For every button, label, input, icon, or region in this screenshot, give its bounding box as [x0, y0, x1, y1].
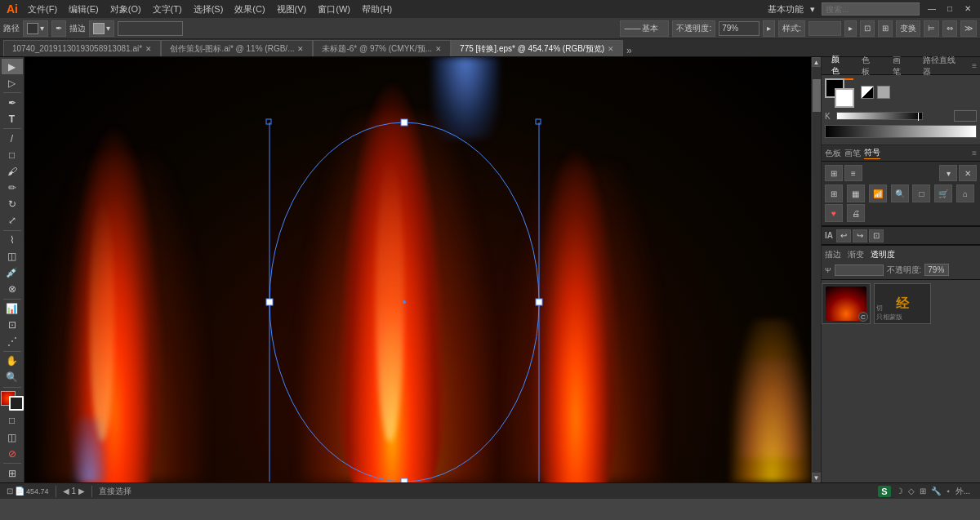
workspace-dropdown-icon[interactable]: ▾: [810, 4, 815, 15]
workspace-label[interactable]: 基本功能: [768, 3, 804, 16]
tab-4-close[interactable]: ✕: [608, 45, 614, 53]
align-btn[interactable]: ⊨: [924, 20, 939, 37]
artwork-canvas[interactable]: [24, 57, 821, 482]
k-slider-thumb[interactable]: [918, 113, 920, 121]
stroke-style-btn[interactable]: —— 基本: [620, 20, 669, 37]
stroke-color-btn[interactable]: ▾: [89, 20, 114, 37]
thumbnail-2[interactable]: 经 切只相蒙版: [874, 283, 931, 324]
swatch-tab[interactable]: 色板: [825, 148, 841, 159]
slice-tool[interactable]: ⋰: [2, 334, 23, 349]
symbol-tab-active[interactable]: 符号: [864, 147, 880, 159]
gradient-preview[interactable]: [825, 125, 977, 138]
opacity-input[interactable]: [719, 21, 760, 36]
transform2-btn[interactable]: 变换: [896, 20, 920, 37]
panel-menu-icon[interactable]: ≡: [972, 61, 977, 70]
line-tool[interactable]: /: [2, 131, 23, 146]
symbol-grid-btn[interactable]: ⊞: [825, 165, 843, 181]
tab-1[interactable]: 10740_20191130193058913081.ai* ✕: [3, 40, 161, 56]
opacity-dropdown[interactable]: 不透明度:: [672, 20, 715, 37]
pen-tool[interactable]: ✒: [2, 95, 23, 110]
hand-tool[interactable]: ✋: [2, 353, 23, 369]
artboard-tool[interactable]: ⊡: [2, 318, 23, 333]
rotate-tool[interactable]: ↻: [2, 196, 23, 211]
menu-select[interactable]: 选择(S): [194, 3, 224, 16]
ia-menu-btn[interactable]: ⊡: [869, 229, 884, 242]
scale-tool[interactable]: ⤢: [2, 212, 23, 228]
stroke-tab[interactable]: 描边: [825, 249, 841, 260]
style-arrows[interactable]: ▸: [844, 20, 857, 37]
style-dropdown[interactable]: 样式:: [778, 20, 805, 37]
brush-tab[interactable]: 画笔: [844, 148, 861, 159]
canvas-area[interactable]: ▲ ▼: [24, 57, 821, 482]
fill-color-btn[interactable]: ▾: [23, 20, 48, 37]
tab-4[interactable]: 775 [转换].eps* @ 454.74% (RGB/预览) ✕: [451, 40, 623, 56]
symbol-icon-3[interactable]: 📶: [869, 184, 887, 202]
symbol-icon-7[interactable]: ⌂: [956, 184, 974, 202]
symbol-list-btn[interactable]: ≡: [844, 165, 862, 181]
stroke-dropdown-icon[interactable]: ▾: [106, 24, 110, 33]
no-fill-btn[interactable]: ⊘: [2, 446, 23, 461]
symbol-icon-2[interactable]: ▦: [847, 184, 865, 202]
opacity-input-bottom[interactable]: [924, 264, 949, 276]
stroke-width-input[interactable]: [118, 21, 183, 36]
blend-tool[interactable]: ⊗: [2, 282, 23, 297]
menu-text[interactable]: 文字(T): [153, 3, 182, 16]
menu-edit[interactable]: 编辑(E): [69, 3, 99, 16]
menu-effect[interactable]: 效果(C): [234, 3, 265, 16]
direct-selection-tool[interactable]: ▷: [2, 75, 23, 91]
pen-tool-btn[interactable]: ✒: [51, 20, 66, 37]
menu-bar[interactable]: 文件(F) 编辑(E) 对象(O) 文字(T) 选择(S) 效果(C) 视图(V…: [28, 3, 392, 16]
symbol-icon-9[interactable]: 🖨: [847, 204, 865, 222]
search-input[interactable]: [822, 2, 920, 16]
vertical-scrollbar[interactable]: ▲ ▼: [811, 57, 821, 482]
ia-redo-btn[interactable]: ↪: [853, 229, 867, 242]
symbol-panel-menu[interactable]: ≡: [972, 149, 977, 158]
scroll-track[interactable]: [813, 67, 821, 473]
type-tool[interactable]: T: [2, 111, 23, 127]
pencil-tool[interactable]: ✏: [2, 180, 23, 195]
more-btn[interactable]: ≫: [960, 20, 977, 37]
gradient-tab[interactable]: 渐变: [848, 249, 864, 260]
stroke-swatch[interactable]: [9, 396, 24, 411]
opacity-arrows[interactable]: ▸: [763, 20, 775, 37]
gradient-tool[interactable]: ◫: [2, 248, 23, 264]
seo-badge[interactable]: S: [878, 486, 890, 497]
tab-3-close[interactable]: ✕: [435, 45, 442, 53]
scroll-down-arrow[interactable]: ▼: [812, 473, 822, 482]
tab-2-close[interactable]: ✕: [297, 45, 304, 53]
tab-1-close[interactable]: ✕: [145, 45, 152, 53]
k-slider-track[interactable]: [836, 112, 923, 120]
minimize-button[interactable]: —: [926, 3, 938, 15]
grid-btn[interactable]: ⊞: [878, 20, 893, 37]
menu-window[interactable]: 窗口(W): [318, 3, 350, 16]
opacity-tab[interactable]: 透明度: [871, 249, 895, 260]
ia-undo-btn[interactable]: ↩: [836, 229, 851, 242]
menu-view[interactable]: 视图(V): [277, 3, 307, 16]
symbol-icon-6[interactable]: 🛒: [934, 184, 952, 202]
scroll-up-arrow[interactable]: ▲: [812, 57, 822, 67]
symbol-icon-8[interactable]: ♥: [825, 204, 843, 222]
scroll-thumb[interactable]: [813, 79, 821, 112]
menu-object[interactable]: 对象(O): [110, 3, 141, 16]
color-square-icon[interactable]: [877, 86, 890, 99]
thumbnail-1[interactable]: C: [822, 283, 871, 324]
maximize-button[interactable]: □: [944, 3, 956, 15]
tab-2[interactable]: 创作策划-图标.ai* @ 11% (RGB/... ✕: [161, 40, 313, 56]
k-input[interactable]: [954, 110, 977, 122]
tab-more-icon[interactable]: »: [626, 45, 632, 56]
background-color-box[interactable]: [835, 88, 854, 108]
zoom-tool[interactable]: 🔍: [2, 370, 23, 385]
blend-mode-dropdown[interactable]: [835, 264, 884, 276]
symbol-icon-5[interactable]: □: [912, 184, 930, 202]
symbol-icon-1[interactable]: ⊞: [825, 184, 843, 202]
flip-btn[interactable]: ⇔: [942, 20, 957, 37]
rect-tool[interactable]: □: [2, 147, 23, 162]
eyedropper-tool[interactable]: 💉: [2, 265, 23, 281]
page-right-arrow[interactable]: ▶: [78, 487, 85, 496]
symbol-close-btn[interactable]: ✕: [959, 165, 977, 181]
paintbrush-tool[interactable]: 🖌: [2, 163, 23, 179]
symbol-dropdown-btn[interactable]: ▾: [939, 165, 957, 181]
page-left-arrow[interactable]: ◀: [63, 487, 69, 496]
tab-3[interactable]: 未标题-6* @ 97% (CMYK/预... ✕: [313, 40, 451, 56]
fill-mode-btn[interactable]: □: [2, 413, 23, 429]
